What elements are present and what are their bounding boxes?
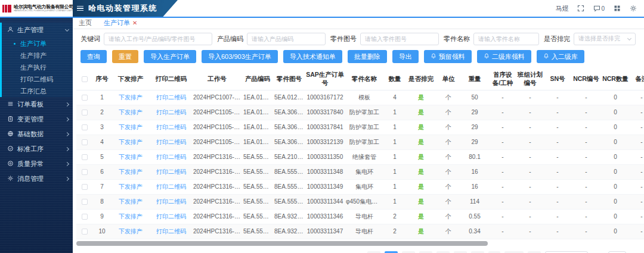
search-button[interactable]: 查询 bbox=[80, 50, 107, 63]
page-button-5[interactable]: 5 bbox=[454, 251, 467, 253]
row-checkbox[interactable] bbox=[82, 139, 88, 145]
sidebar-item-change-management[interactable]: 变更管理 bbox=[2, 112, 73, 127]
top-bar: 哈尔滨电气动力装备有限公司 HARBIN ELECTRIC POWER EQUI… bbox=[0, 0, 644, 18]
close-icon[interactable]: ✕ bbox=[132, 20, 137, 26]
dispatch-link[interactable]: 下发排产 bbox=[119, 228, 143, 235]
row-checkbox[interactable] bbox=[82, 184, 88, 190]
row-checkbox[interactable] bbox=[82, 154, 88, 160]
part-name-input[interactable] bbox=[473, 33, 539, 45]
product-code-input[interactable] bbox=[247, 33, 326, 45]
cell-qty: 2 bbox=[384, 224, 405, 239]
sidebar-item-production-management[interactable]: 生产管理 bbox=[2, 23, 73, 38]
reserve-picking-button[interactable]: 预留领料 bbox=[424, 50, 472, 63]
apps-grid-icon[interactable] bbox=[614, 5, 621, 12]
reset-button[interactable]: 重置 bbox=[112, 50, 138, 63]
sidebar-item-quality-exception[interactable]: 质量异常 bbox=[2, 157, 73, 171]
import-production-order-button[interactable]: 导入生产订单 bbox=[144, 50, 196, 63]
dispatch-link[interactable]: 下发排产 bbox=[119, 168, 143, 175]
row-checkbox[interactable] bbox=[82, 169, 88, 175]
dispatch-link[interactable]: 下发排产 bbox=[119, 154, 143, 160]
dispatch-link[interactable]: 下发排产 bbox=[119, 109, 143, 115]
settings-gear-icon[interactable] bbox=[630, 5, 637, 12]
cell-ncr_no: - bbox=[571, 135, 601, 149]
cell-weight: 50 bbox=[460, 90, 489, 105]
cell-print: 打印二维码 bbox=[150, 135, 192, 149]
row-checkbox[interactable] bbox=[82, 124, 88, 130]
secondary-store-picking-button[interactable]: 二级库领料 bbox=[477, 50, 531, 63]
dispatch-link[interactable]: 下发排产 bbox=[119, 124, 143, 130]
horizontal-scrollbar[interactable] bbox=[76, 241, 488, 246]
sidebar-group-quality-exception: 质量异常 bbox=[0, 157, 73, 171]
message-icon[interactable]: 0 bbox=[593, 5, 605, 12]
prev-page-button[interactable]: ‹ bbox=[367, 251, 380, 253]
page-button-6[interactable]: 6 bbox=[471, 251, 484, 253]
sidebar-item-message-management[interactable]: 消息管理 bbox=[2, 171, 73, 186]
page-button-3699[interactable]: 3699 bbox=[504, 251, 524, 253]
print-qrcode-link[interactable]: 打印二维码 bbox=[156, 154, 186, 160]
next-page-button[interactable]: › bbox=[528, 251, 541, 253]
dispatch-link[interactable]: 下发排产 bbox=[119, 198, 143, 205]
export-button[interactable]: 导出 bbox=[392, 50, 419, 63]
print-qrcode-link[interactable]: 打印二维码 bbox=[156, 213, 186, 220]
cell-sn: - bbox=[544, 224, 571, 239]
row-checkbox[interactable] bbox=[82, 229, 88, 235]
cell-part_no: 8EA.555.0347 bbox=[273, 179, 305, 194]
import-tech-notice-button[interactable]: 导入技术通知单 bbox=[283, 50, 342, 63]
print-qrcode-link[interactable]: 打印二维码 bbox=[156, 124, 186, 130]
dispatch-link[interactable]: 下发排产 bbox=[119, 183, 143, 190]
sidebar-item-basic-data[interactable]: 基础数据 bbox=[2, 127, 73, 142]
part-drawing-no-input[interactable] bbox=[360, 33, 439, 45]
print-qrcode-link[interactable]: 打印二维码 bbox=[156, 228, 186, 235]
tab-production-orders[interactable]: 生产订单✕ bbox=[104, 18, 137, 27]
column-header-seq: 序号 bbox=[93, 67, 111, 90]
menu-collapse-icon[interactable] bbox=[77, 6, 83, 11]
username[interactable]: 马煜 bbox=[555, 4, 568, 13]
select-all-checkbox[interactable] bbox=[82, 76, 88, 82]
message-count: 0 bbox=[601, 5, 605, 12]
print-qrcode-link[interactable]: 打印二维码 bbox=[156, 109, 186, 115]
dispatch-link[interactable]: 下发排产 bbox=[119, 139, 143, 145]
sidebar-item-label: 消息管理 bbox=[17, 174, 44, 183]
page-button-3[interactable]: 3 bbox=[419, 251, 432, 253]
sidebar-item-standard-process[interactable]: 标准工序 bbox=[2, 142, 73, 157]
table-row: 10下发排产打印二维码2024HPC1316-1833-25EA.555.031… bbox=[76, 224, 644, 239]
page-size-select[interactable]: 10条/页 bbox=[545, 251, 588, 253]
print-qrcode-link[interactable]: 打印二维码 bbox=[156, 168, 186, 175]
cell-product_code: 1EA.010.2117 bbox=[242, 90, 273, 105]
cell-ncr_no: - bbox=[571, 224, 601, 239]
dispatch-link[interactable]: 下发排产 bbox=[119, 213, 143, 220]
sidebar-item-production-scheduling[interactable]: 生产排产 bbox=[2, 49, 73, 61]
tab-home[interactable]: 主页 bbox=[79, 18, 92, 27]
is-scheduled-select[interactable]: 请选择是否排完 bbox=[574, 33, 636, 45]
row-checkbox[interactable] bbox=[82, 95, 88, 101]
sidebar-item-production-orders[interactable]: 生产订单 bbox=[2, 38, 73, 49]
page-button-1[interactable]: 1 bbox=[385, 251, 398, 253]
fullscreen-icon[interactable] bbox=[577, 5, 584, 12]
cell-ncr_no: - bbox=[571, 194, 601, 209]
cell-print: 打印二维码 bbox=[150, 179, 192, 194]
print-qrcode-link[interactable]: 打印二维码 bbox=[156, 198, 186, 205]
page-button-2[interactable]: 2 bbox=[402, 251, 415, 253]
sidebar-item-production-execution[interactable]: 生产执行 bbox=[2, 61, 73, 73]
cell-print: 打印二维码 bbox=[150, 120, 192, 135]
cell-first_device: - bbox=[489, 90, 516, 105]
sidebar-item-order-board[interactable]: 订单看板 bbox=[2, 97, 73, 112]
import-603-903-order-button[interactable]: 导入603/903生产订单 bbox=[202, 50, 278, 63]
page-button-4[interactable]: 4 bbox=[436, 251, 450, 253]
column-header-remark: 备注 bbox=[630, 67, 644, 90]
print-qrcode-link[interactable]: 打印二维码 bbox=[156, 183, 186, 190]
row-checkbox[interactable] bbox=[82, 110, 88, 115]
batch-delete-button[interactable]: 批量删除 bbox=[348, 50, 387, 63]
into-secondary-store-button[interactable]: 入二级库 bbox=[537, 50, 584, 63]
keyword-input[interactable] bbox=[104, 33, 212, 45]
row-checkbox[interactable] bbox=[82, 199, 88, 205]
print-qrcode-link[interactable]: 打印二维码 bbox=[156, 139, 186, 145]
dispatch-link[interactable]: 下发排产 bbox=[119, 94, 143, 101]
sidebar-item-print-qrcode[interactable]: 打印二维码 bbox=[2, 73, 73, 85]
print-qrcode-link[interactable]: 打印二维码 bbox=[156, 94, 186, 101]
row-checkbox[interactable] bbox=[82, 214, 88, 220]
database-icon bbox=[7, 130, 14, 138]
sidebar-item-process-summary[interactable]: 工序汇总 bbox=[2, 85, 73, 97]
scheduled-flag: 是 bbox=[418, 109, 424, 115]
cell-seq: 3 bbox=[93, 120, 111, 135]
